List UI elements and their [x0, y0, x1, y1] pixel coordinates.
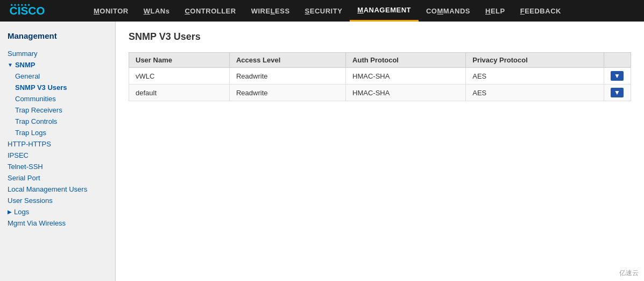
- main-content: SNMP V3 Users User Name Access Level Aut…: [116, 22, 644, 281]
- snmp-v3-users-table: User Name Access Level Auth Protocol Pri…: [129, 52, 631, 101]
- snmp-label: SNMP: [15, 61, 36, 69]
- top-navigation: CISCO MONITOR WLANs CONTROLLER WIRELESS …: [0, 0, 644, 22]
- nav-feedback[interactable]: FEEDBACK: [513, 0, 569, 22]
- svg-rect-6: [28, 4, 30, 6]
- sidebar-item-ipsec[interactable]: IPSEC: [0, 150, 115, 161]
- page-title: SNMP V3 Users: [129, 31, 631, 43]
- logs-expand-arrow: ▶: [8, 209, 12, 215]
- logs-label: Logs: [14, 208, 29, 216]
- sidebar-item-mgmt-via-wireless[interactable]: Mgmt Via Wireless: [0, 217, 115, 229]
- svg-rect-5: [25, 4, 26, 6]
- sidebar-item-serial-port[interactable]: Serial Port: [0, 172, 115, 184]
- nav-wireless[interactable]: WIRELESS: [244, 0, 298, 22]
- cell-access-level-2: Readwrite: [229, 85, 345, 101]
- table-row: default Readwrite HMAC-SHA AES ▼: [129, 85, 631, 101]
- sidebar-item-summary[interactable]: Summary: [0, 48, 115, 59]
- sidebar-item-trap-controls[interactable]: Trap Controls: [0, 116, 115, 127]
- sidebar: Management Summary ▼ SNMP General SNMP V…: [0, 22, 116, 281]
- cell-access-level-1: Readwrite: [229, 68, 345, 85]
- cell-privacy-protocol-1: AES: [466, 68, 604, 85]
- nav-wlans[interactable]: WLANs: [136, 0, 178, 22]
- col-actions: [604, 53, 631, 68]
- sidebar-item-trap-logs[interactable]: Trap Logs: [0, 127, 115, 138]
- main-layout: Management Summary ▼ SNMP General SNMP V…: [0, 22, 644, 281]
- cell-username-1: vWLC: [129, 68, 230, 85]
- col-auth-protocol: Auth Protocol: [346, 53, 466, 68]
- cell-dropdown-2: ▼: [604, 85, 631, 101]
- nav-items: MONITOR WLANs CONTROLLER WIRELESS SECURI…: [86, 0, 644, 22]
- svg-rect-2: [14, 4, 16, 6]
- sidebar-title: Management: [0, 27, 115, 48]
- cell-dropdown-1: ▼: [604, 68, 631, 85]
- row-1-dropdown-button[interactable]: ▼: [611, 71, 624, 81]
- table-body: vWLC Readwrite HMAC-SHA AES ▼ default Re…: [129, 68, 631, 101]
- table-row: vWLC Readwrite HMAC-SHA AES ▼: [129, 68, 631, 85]
- snmp-expand-arrow: ▼: [8, 62, 13, 68]
- cell-privacy-protocol-2: AES: [466, 85, 604, 101]
- sidebar-item-logs[interactable]: ▶ Logs: [0, 206, 115, 217]
- sidebar-item-user-sessions[interactable]: User Sessions: [0, 195, 115, 206]
- sidebar-item-http-https[interactable]: HTTP-HTTPS: [0, 138, 115, 150]
- col-access-level: Access Level: [229, 53, 345, 68]
- sidebar-item-communities[interactable]: Communities: [0, 93, 115, 104]
- table-header-row: User Name Access Level Auth Protocol Pri…: [129, 53, 631, 68]
- row-2-dropdown-button[interactable]: ▼: [611, 88, 624, 97]
- sidebar-item-snmp[interactable]: ▼ SNMP: [0, 59, 115, 71]
- nav-commands[interactable]: COMMANDS: [419, 0, 478, 22]
- svg-rect-4: [21, 4, 23, 6]
- nav-monitor[interactable]: MONITOR: [86, 0, 136, 22]
- col-privacy-protocol: Privacy Protocol: [466, 53, 604, 68]
- sidebar-item-local-mgmt-users[interactable]: Local Management Users: [0, 184, 115, 195]
- sidebar-item-telnet-ssh[interactable]: Telnet-SSH: [0, 161, 115, 172]
- svg-text:CISCO: CISCO: [10, 4, 45, 17]
- col-username: User Name: [129, 53, 230, 68]
- cisco-logo: CISCO: [0, 0, 86, 22]
- svg-rect-1: [11, 4, 12, 6]
- sidebar-item-general[interactable]: General: [0, 71, 115, 82]
- table-header: User Name Access Level Auth Protocol Pri…: [129, 53, 631, 68]
- sidebar-item-snmp-v3-users[interactable]: SNMP V3 Users: [0, 82, 115, 93]
- nav-help[interactable]: HELP: [478, 0, 513, 22]
- sidebar-item-trap-receivers[interactable]: Trap Receivers: [0, 104, 115, 116]
- cell-auth-protocol-2: HMAC-SHA: [346, 85, 466, 101]
- cell-auth-protocol-1: HMAC-SHA: [346, 68, 466, 85]
- svg-rect-3: [18, 4, 19, 6]
- cell-username-2: default: [129, 85, 230, 101]
- nav-security[interactable]: SECURITY: [298, 0, 350, 22]
- nav-management[interactable]: MANAGEMENT: [350, 0, 419, 22]
- nav-controller[interactable]: CONTROLLER: [177, 0, 243, 22]
- watermark: 亿速云: [619, 269, 639, 278]
